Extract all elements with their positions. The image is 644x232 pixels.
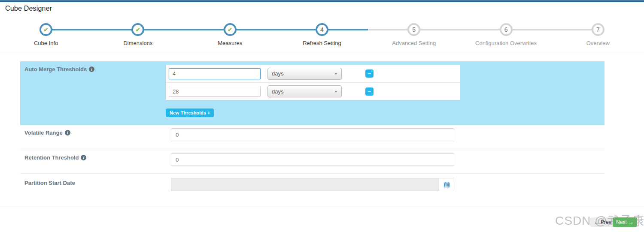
info-icon[interactable]: i (89, 66, 94, 72)
cube-designer-page: Cube Designer ✔ Cube Info ✔ Dimensions ✔… (0, 0, 644, 232)
volatile-range-input[interactable] (171, 128, 454, 141)
step-circle-upcoming: 6 (500, 23, 513, 36)
label-text: Partition Start Date (24, 180, 75, 186)
threshold-row: days ▼ − (166, 82, 460, 100)
check-icon: ✔ (228, 27, 233, 33)
volatile-range-label: Volatile Range i (24, 130, 70, 136)
step-cube-info[interactable]: ✔ Cube Info (0, 23, 92, 47)
step-dimensions[interactable]: ✔ Dimensions (92, 23, 184, 47)
step-number: 7 (596, 27, 600, 33)
step-label: Configuration Overwrites (475, 40, 537, 46)
stepper-connector (552, 29, 598, 30)
step-circle-done: ✔ (224, 23, 237, 36)
step-circle-upcoming: 7 (592, 23, 605, 36)
step-circle-done: ✔ (39, 23, 52, 36)
top-accent-bar (0, 0, 644, 2)
stepper-connector (368, 29, 414, 30)
step-label: Measures (218, 40, 242, 46)
partition-start-date-label: Partition Start Date (24, 180, 75, 186)
step-circle-active: 4 (316, 23, 328, 36)
stepper-connector (506, 29, 552, 30)
stepper-connector (230, 29, 276, 30)
retention-threshold-input[interactable] (171, 153, 454, 166)
thresholds-box: days ▼ − days ▼ − (166, 65, 460, 100)
threshold-row: days ▼ − (166, 65, 460, 82)
step-refresh-setting[interactable]: 4 Refresh Setting (276, 23, 368, 47)
stepper-connector (138, 29, 184, 30)
threshold-value-input[interactable] (169, 68, 261, 79)
label-text: Retention Threshold (24, 154, 79, 161)
label-text: Volatile Range (24, 130, 63, 136)
threshold-value-input[interactable] (169, 86, 261, 97)
minus-icon: − (368, 71, 371, 76)
minus-icon: − (368, 89, 371, 94)
check-icon: ✔ (136, 27, 141, 33)
stepper-connector (92, 29, 138, 30)
selected-unit: days (272, 70, 283, 77)
header-divider (0, 53, 644, 53)
partition-start-date-input[interactable] (171, 178, 439, 191)
step-advanced-setting[interactable]: 5 Advanced Setting (368, 23, 460, 47)
retention-threshold-label: Retention Threshold i (24, 154, 86, 161)
stepper-connector (276, 29, 322, 30)
stepper-connector (184, 29, 230, 30)
step-label: Cube Info (34, 40, 58, 46)
step-number: 5 (412, 27, 416, 33)
arrow-right-icon: → (629, 220, 634, 225)
stepper-connector (460, 29, 506, 30)
row-divider (20, 148, 605, 148)
step-measures[interactable]: ✔ Measures (184, 23, 276, 47)
step-overview[interactable]: 7 Overview (552, 23, 644, 47)
auto-merge-thresholds-panel: Auto Merge Thresholds i days ▼ − days ▼ (20, 61, 605, 125)
wizard-stepper: ✔ Cube Info ✔ Dimensions ✔ Measures 4 Re… (0, 23, 644, 47)
caret-down-icon: ▼ (334, 90, 337, 93)
selected-unit: days (272, 88, 283, 95)
calendar-icon (444, 181, 450, 188)
new-thresholds-button[interactable]: New Thresholds + (166, 108, 214, 117)
label-text: Auto Merge Thresholds (24, 66, 87, 72)
step-circle-upcoming: 5 (407, 23, 420, 36)
partition-start-date-group (171, 178, 454, 191)
step-label: Refresh Setting (303, 40, 341, 46)
remove-threshold-button[interactable]: − (365, 87, 374, 96)
step-label: Advanced Setting (392, 40, 436, 46)
remove-threshold-button[interactable]: − (365, 69, 374, 78)
stepper-connector (414, 29, 460, 30)
stepper-connector (46, 29, 92, 30)
footer-divider (0, 209, 644, 209)
step-label: Overview (586, 40, 610, 46)
step-number: 6 (504, 27, 508, 33)
prev-label: Prev (601, 219, 611, 225)
step-circle-done: ✔ (131, 23, 144, 36)
arrow-left-icon: ← (594, 220, 599, 225)
date-picker-addon[interactable] (439, 178, 454, 191)
info-icon[interactable]: i (81, 155, 86, 160)
info-icon[interactable]: i (65, 130, 70, 136)
caret-down-icon: ▼ (334, 72, 337, 75)
step-number: 4 (320, 27, 324, 33)
row-divider (20, 173, 605, 174)
step-configuration-overwrites[interactable]: 6 Configuration Overwrites (460, 23, 552, 47)
check-icon: ✔ (43, 27, 49, 33)
prev-button[interactable]: ← Prev (590, 217, 615, 227)
page-title: Cube Designer (5, 5, 52, 12)
next-label: Next (616, 219, 627, 225)
auto-merge-thresholds-label: Auto Merge Thresholds i (24, 66, 94, 72)
next-button[interactable]: Next → (613, 217, 637, 227)
step-label: Dimensions (123, 40, 152, 46)
stepper-connector (322, 29, 368, 30)
threshold-unit-select[interactable]: days ▼ (267, 85, 342, 97)
threshold-unit-select[interactable]: days ▼ (267, 68, 342, 80)
